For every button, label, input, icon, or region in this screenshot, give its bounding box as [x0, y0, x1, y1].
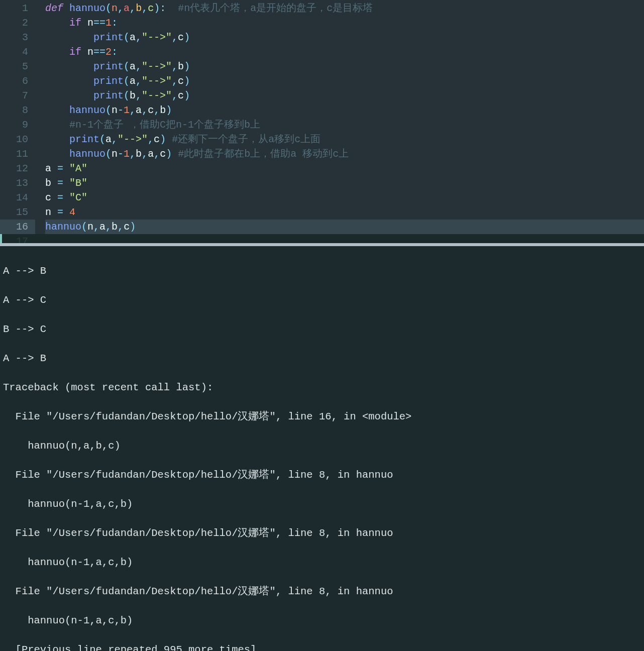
variable: n — [45, 206, 51, 218]
console-line: A --> C — [3, 293, 640, 307]
line-number: 12 — [0, 161, 35, 176]
comment: #还剩下一个盘子，从a移到c上面 — [172, 134, 320, 145]
code-line[interactable]: print(a,"-->",c) #还剩下一个盘子，从a移到c上面 — [45, 132, 644, 147]
code-line[interactable]: print(b,"-->",c) — [45, 88, 644, 103]
variable: a — [45, 163, 51, 174]
arg: a — [136, 104, 142, 116]
param: n — [112, 3, 118, 14]
colon: : — [112, 46, 118, 58]
line-number: 17 — [0, 234, 35, 243]
console-line: File "/Users/fudandan/Desktop/hello/汉娜塔"… — [3, 526, 640, 540]
function-call: print — [93, 90, 124, 101]
function-call: print — [93, 75, 124, 87]
variable: b — [45, 177, 51, 189]
arg: c — [124, 221, 130, 233]
code-line-current[interactable]: hannuo(n,a,b,c) — [45, 220, 644, 234]
operator: == — [93, 17, 105, 29]
operator: = — [57, 192, 63, 203]
line-number: 11 — [0, 147, 35, 161]
arg: b — [136, 148, 142, 160]
arg: n — [112, 104, 118, 116]
line-number-gutter: 1 2 3 4 5 6 7 8 9 10 11 12 13 14 15 16 1… — [0, 0, 35, 243]
code-line[interactable]: c = "C" — [45, 190, 644, 205]
function-call: print — [93, 61, 124, 72]
arg: a — [130, 61, 136, 72]
string: "-->" — [142, 61, 172, 72]
console-line: hannuo(n-1,a,c,b) — [3, 613, 640, 628]
arg: c — [178, 32, 184, 43]
code-line[interactable]: def hannuo(n,a,b,c): #n代表几个塔，a是开始的盘子，c是目… — [45, 1, 644, 16]
number: 1 — [105, 17, 112, 29]
string: "-->" — [142, 90, 172, 101]
code-line[interactable]: print(a,"-->",b) — [45, 59, 644, 74]
param: a — [124, 3, 130, 14]
function-name: hannuo — [69, 3, 105, 14]
line-number: 5 — [0, 59, 35, 74]
console-line: File "/Users/fudandan/Desktop/hello/汉娜塔"… — [3, 468, 640, 482]
console-line: hannuo(n-1,a,c,b) — [3, 555, 640, 570]
line-number: 14 — [0, 190, 35, 205]
variable: n — [87, 17, 93, 29]
string: "B" — [69, 177, 87, 189]
arg: n — [112, 148, 118, 160]
line-number: 13 — [0, 176, 35, 190]
arg: a — [130, 75, 136, 87]
keyword-if: if — [69, 17, 81, 29]
arg: a — [99, 221, 105, 233]
string: "-->" — [142, 32, 172, 43]
arg: a — [148, 148, 154, 160]
code-line[interactable]: if n==2: — [45, 45, 644, 59]
number: 1 — [124, 148, 130, 160]
code-line[interactable]: hannuo(n-1,b,a,c) #此时盘子都在b上，借助a 移动到c上 — [45, 147, 644, 161]
arg: a — [130, 32, 136, 43]
console-line: File "/Users/fudandan/Desktop/hello/汉娜塔"… — [3, 409, 640, 424]
arg: b — [112, 221, 118, 233]
comment: #n-1个盘子 ，借助C把n-1个盘子移到b上 — [69, 119, 260, 131]
function-call: print — [93, 32, 124, 43]
line-number: 3 — [0, 30, 35, 45]
arg: c — [178, 90, 184, 101]
operator: = — [57, 206, 63, 218]
operator: - — [118, 148, 124, 160]
line-number: 1 — [0, 1, 35, 16]
code-editor[interactable]: 1 2 3 4 5 6 7 8 9 10 11 12 13 14 15 16 1… — [0, 0, 644, 243]
function-call: hannuo — [69, 104, 105, 116]
arg: a — [105, 134, 112, 145]
code-line[interactable]: print(a,"-->",c) — [45, 74, 644, 88]
colon: : — [112, 17, 118, 29]
arg: b — [160, 104, 166, 116]
function-call: hannuo — [45, 221, 81, 233]
number: 2 — [105, 46, 112, 58]
console-line: A --> B — [3, 351, 640, 366]
code-line[interactable]: #n-1个盘子 ，借助C把n-1个盘子移到b上 — [45, 118, 644, 132]
number: 1 — [124, 104, 130, 116]
line-number: 2 — [0, 16, 35, 30]
code-line[interactable]: b = "B" — [45, 176, 644, 190]
build-output-panel[interactable]: A --> B A --> C B --> C A --> B Tracebac… — [0, 246, 644, 651]
code-line[interactable]: hannuo(n-1,a,c,b) — [45, 103, 644, 118]
console-line: B --> C — [3, 322, 640, 337]
line-number: 7 — [0, 88, 35, 103]
line-number: 6 — [0, 74, 35, 88]
arg: c — [148, 104, 154, 116]
code-line[interactable]: if n==1: — [45, 16, 644, 30]
arg: n — [87, 221, 93, 233]
function-call: hannuo — [69, 148, 105, 160]
operator: - — [118, 104, 124, 116]
arg: c — [160, 148, 166, 160]
console-line: [Previous line repeated 995 more times] — [3, 642, 640, 651]
line-number: 10 — [0, 132, 35, 147]
code-area[interactable]: def hannuo(n,a,b,c): #n代表几个塔，a是开始的盘子，c是目… — [36, 0, 644, 234]
arg: b — [130, 90, 136, 101]
operator: = — [57, 163, 63, 174]
code-line[interactable]: n = 4 — [45, 205, 644, 220]
code-line[interactable]: a = "A" — [45, 161, 644, 176]
code-line[interactable]: print(a,"-->",c) — [45, 30, 644, 45]
arg: c — [154, 134, 160, 145]
arg: c — [178, 75, 184, 87]
param: c — [148, 3, 154, 14]
line-number: 9 — [0, 118, 35, 132]
string: "A" — [69, 163, 87, 174]
line-number: 15 — [0, 205, 35, 220]
param: b — [136, 3, 142, 14]
